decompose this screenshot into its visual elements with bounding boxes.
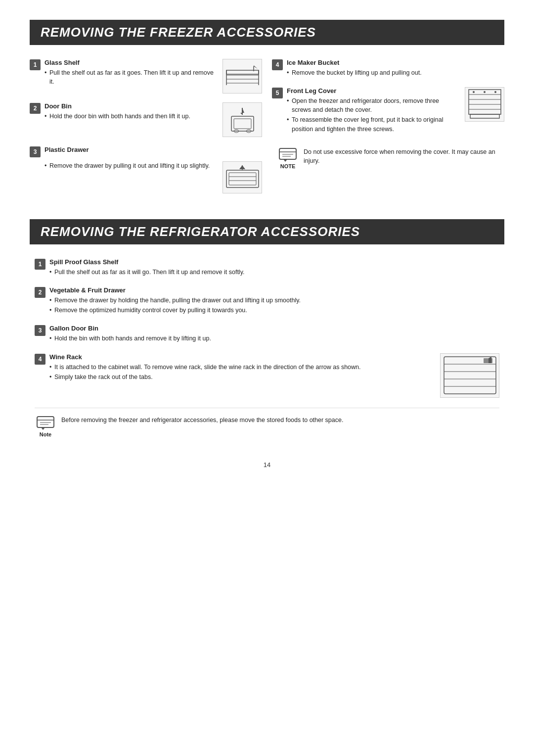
item-number-3: 3 (30, 146, 41, 157)
spill-proof-title: Spill Proof Glass Shelf (49, 258, 499, 266)
refrig-item-number-2: 2 (35, 287, 45, 298)
refrig-item-3: 3 Gallon Door Bin Hold the bin with both… (35, 325, 499, 344)
svg-rect-15 (229, 173, 256, 185)
ice-maker-title: Ice Maker Bucket (287, 59, 504, 66)
svg-marker-33 (283, 159, 287, 162)
item-number-5: 5 (272, 88, 283, 98)
svg-marker-6 (254, 65, 258, 69)
svg-rect-41 (37, 417, 54, 427)
glass-shelf-image (222, 59, 262, 94)
veg-fruit-bullet-1: Remove the drawer by holding the handle,… (49, 296, 499, 305)
gallon-door-bin-title: Gallon Door Bin (49, 325, 499, 332)
spill-proof-bullet-1: Pull the shelf out as far as it will go.… (49, 268, 499, 277)
note-svg (278, 147, 297, 162)
ice-maker-bullet-1: Remove the bucket by lifting up and pull… (287, 68, 504, 77)
refrigerator-section: REMOVING THE REFRIGERATOR ACCESSORIES 1 … (30, 219, 504, 441)
front-leg-cover-title: Front Leg Cover (287, 87, 460, 94)
wine-rack-bullet-1: It is attached to the cabinet wall. To r… (49, 363, 435, 372)
svg-point-25 (473, 91, 475, 93)
glass-shelf-text: Glass Shelf Pull the shelf out as far as… (44, 59, 218, 87)
spill-proof-content: Spill Proof Glass Shelf Pull the shelf o… (49, 258, 499, 278)
veg-fruit-content: Vegetable & Fruit Drawer Remove the draw… (49, 286, 499, 316)
front-leg-cover-text: Front Leg Cover Open the freezer and ref… (287, 87, 460, 135)
freezer-item-1: 1 Glass Shelf Pull the shelf out as far … (30, 59, 262, 94)
front-leg-cover-image (465, 87, 504, 122)
svg-rect-20 (469, 90, 501, 114)
wine-rack-image (440, 353, 499, 398)
svg-marker-40 (489, 357, 491, 363)
wine-rack-bullet-2: Simply take the rack out of the tabs. (49, 373, 435, 381)
door-bin-image (222, 102, 262, 137)
svg-rect-29 (279, 148, 296, 159)
freezer-title: REMOVING THE FREEZER ACCESSORIES (30, 20, 504, 45)
plastic-drawer-text: Remove the drawer by pulling it out and … (44, 161, 218, 193)
freezer-item-5: 5 Front Leg Cover Open the freezer and r… (272, 87, 504, 135)
refrig-item-number-1: 1 (35, 259, 45, 270)
refrigerator-note-label: Note (40, 431, 51, 437)
refrig-item-2: 2 Vegetable & Fruit Drawer Remove the dr… (35, 286, 499, 316)
refrig-item-number-4: 4 (35, 354, 45, 365)
door-bin-svg (224, 104, 261, 136)
front-leg-cover-bullet-2: To reassemble the cover leg front, put i… (287, 115, 460, 133)
refrig-item-number-3: 3 (35, 325, 45, 336)
refrig-item-1: 1 Spill Proof Glass Shelf Pull the shelf… (35, 258, 499, 278)
door-bin-text: Door Bin Hold the door bin with both han… (44, 102, 218, 122)
page-number: 14 (30, 461, 504, 469)
plastic-drawer-content: Plastic Drawer (44, 146, 262, 155)
wine-rack-row: Wine Rack It is attached to the cabinet … (49, 353, 499, 398)
svg-rect-9 (234, 119, 251, 129)
door-bin-bullet-1: Hold the door bin with both hands and th… (44, 112, 218, 121)
svg-point-26 (484, 91, 486, 93)
svg-rect-28 (470, 114, 499, 118)
refrigerator-title: REMOVING THE REFRIGERATOR ACCESSORIES (30, 219, 504, 244)
glass-shelf-svg (224, 60, 261, 93)
plastic-drawer-image (222, 161, 262, 193)
refrigerator-note: Note Before removing the freezer and ref… (35, 408, 499, 441)
freezer-note: NOTE Do not use excessive force when rem… (277, 143, 504, 173)
freezer-note-text: Do not use excessive force when removing… (304, 147, 504, 165)
freezer-note-icon: NOTE (277, 147, 299, 169)
item-number-4: 4 (272, 59, 283, 70)
freezer-item-2: 2 Door Bin Hold the door bin with both h… (30, 102, 262, 137)
veg-fruit-title: Vegetable & Fruit Drawer (49, 286, 499, 294)
plastic-drawer-bullet-1: Remove the drawer by pulling it out and … (44, 161, 218, 170)
wine-rack-svg (442, 354, 498, 396)
wine-rack-content: Wine Rack It is attached to the cabinet … (49, 353, 435, 398)
gallon-door-bin-content: Gallon Door Bin Hold the bin with both h… (49, 325, 499, 344)
freezer-item-4: 4 Ice Maker Bucket Remove the bucket by … (272, 59, 504, 78)
freezer-right-col: 4 Ice Maker Bucket Remove the bucket by … (267, 59, 504, 199)
door-bin-title: Door Bin (44, 102, 218, 110)
freezer-note-label: NOTE (280, 163, 296, 169)
refrigerator-note-text: Before removing the freezer and refriger… (61, 416, 499, 425)
glass-shelf-title: Glass Shelf (44, 59, 218, 66)
refrigerator-body: 1 Spill Proof Glass Shelf Pull the shelf… (30, 258, 504, 441)
wine-rack-title: Wine Rack (49, 353, 435, 361)
veg-fruit-bullet-2: Remove the optimized humidity control co… (49, 306, 499, 315)
refrig-note-svg (36, 416, 55, 430)
glass-shelf-bullet-1: Pull the shelf out as far as it goes. Th… (44, 68, 218, 86)
svg-point-27 (494, 91, 496, 93)
svg-marker-45 (41, 427, 45, 430)
gallon-door-bin-bullet-1: Hold the bin with both hands and remove … (49, 334, 499, 343)
plastic-drawer-row: Remove the drawer by pulling it out and … (44, 161, 262, 193)
freezer-section: REMOVING THE FREEZER ACCESSORIES 1 Glass… (30, 20, 504, 199)
front-leg-cover-svg (466, 87, 503, 122)
freezer-item-3: 3 Plastic Drawer (30, 146, 262, 157)
plastic-drawer-svg (224, 163, 261, 192)
ice-maker-content: Ice Maker Bucket Remove the bucket by li… (287, 59, 504, 78)
item-number-1: 1 (30, 59, 41, 70)
plastic-drawer-title: Plastic Drawer (44, 146, 262, 153)
refrig-item-4: 4 Wine Rack It is attached to the cabine… (35, 353, 499, 398)
freezer-left-col: 1 Glass Shelf Pull the shelf out as far … (30, 59, 262, 199)
refrigerator-note-icon: Note (35, 416, 56, 437)
front-leg-cover-bullet-1: Open the freezer and refrigerator doors,… (287, 96, 460, 114)
item-number-2: 2 (30, 103, 41, 114)
